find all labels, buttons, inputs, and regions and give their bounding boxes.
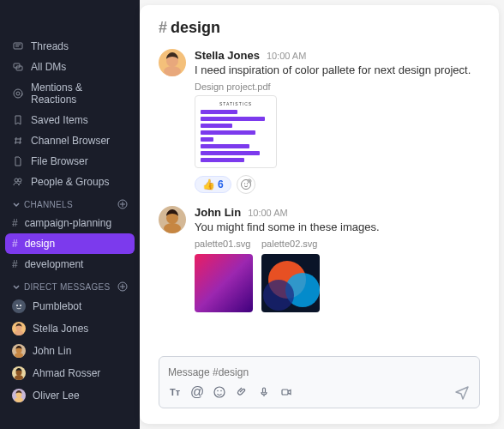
svg-point-5: [15, 178, 18, 182]
nav-item-dms[interactable]: All DMs: [0, 57, 140, 77]
mention-icon[interactable]: @: [190, 385, 204, 399]
svg-point-40: [217, 390, 219, 392]
dm-label: Pumblebot: [33, 300, 81, 312]
chevron-down-icon: [12, 200, 21, 208]
channel-label: design: [25, 238, 55, 250]
avatar: [12, 366, 26, 380]
message: Stella Jones 10:00 AM I need inspiration…: [159, 49, 480, 194]
svg-rect-34: [195, 254, 253, 312]
nav-item-file-browser[interactable]: File Browser: [0, 151, 140, 172]
emoji-icon[interactable]: [213, 385, 226, 399]
message-list: Stella Jones 10:00 AM I need inspiration…: [140, 45, 499, 349]
reaction-count: 6: [218, 178, 224, 190]
nav-item-mentions[interactable]: Mentions & Reactions: [0, 77, 140, 110]
message-author[interactable]: John Lin: [195, 206, 241, 219]
reaction[interactable]: 👍6: [195, 176, 231, 193]
channel-label: development: [25, 258, 84, 270]
svg-point-11: [20, 305, 21, 306]
nav-label: All DMs: [31, 61, 66, 73]
video-icon[interactable]: [279, 385, 293, 399]
mentions-icon: [12, 88, 24, 100]
message-time: 10:00 AM: [248, 208, 287, 218]
dm-item[interactable]: Stella Jones: [0, 317, 140, 340]
dm-item[interactable]: John Lin: [0, 340, 140, 362]
preview-title: STATISTICS: [201, 101, 271, 106]
mic-icon[interactable]: [257, 385, 271, 399]
chart-bars: [201, 110, 271, 162]
message-text: I need inspiration of color pallete for …: [195, 63, 480, 76]
nav-label: People & Groups: [31, 176, 109, 188]
avatar: [12, 322, 26, 335]
message: John Lin 10:00 AM You might find some in…: [159, 206, 480, 312]
people-icon: [12, 176, 24, 188]
saved-icon: [12, 114, 24, 126]
hash-icon: #: [12, 217, 18, 229]
dms-label: DIRECT MESSAGES: [24, 282, 110, 292]
dms-section-header[interactable]: DIRECT MESSAGES: [0, 275, 140, 295]
channels-label: CHANNELS: [24, 200, 73, 209]
nav-item-people[interactable]: People & Groups: [0, 172, 140, 192]
chevron-down-icon: [12, 282, 21, 291]
image-name: palette02.svg: [261, 239, 320, 249]
svg-point-10: [16, 305, 18, 306]
image-preview[interactable]: [195, 254, 253, 312]
svg-rect-43: [282, 390, 288, 395]
channel-item-development[interactable]: # development: [0, 254, 140, 275]
dm-label: Stella Jones: [33, 323, 88, 335]
nav-item-saved[interactable]: Saved Items: [0, 110, 140, 130]
svg-point-4: [16, 92, 20, 95]
nav-item-channel-browser[interactable]: Channel Browser: [0, 130, 140, 151]
channel-item-campaign-planning[interactable]: # campaign-planning: [0, 213, 140, 233]
dm-label: Oliver Lee: [33, 390, 80, 402]
svg-point-39: [214, 387, 225, 397]
svg-point-32: [164, 223, 181, 233]
hash-icon: #: [12, 258, 18, 270]
svg-point-38: [263, 280, 294, 311]
sidebar: Threads All DMs Mentions & Reactions Sav…: [0, 0, 140, 429]
image-preview[interactable]: [261, 254, 320, 312]
avatar: [12, 344, 26, 358]
send-button[interactable]: [453, 384, 471, 401]
nav-label: Threads: [31, 40, 69, 52]
svg-point-29: [246, 183, 247, 184]
dm-item[interactable]: Ahmad Rosser: [0, 362, 140, 384]
add-reaction-button[interactable]: [237, 175, 255, 194]
dm-label: John Lin: [33, 345, 71, 357]
dm-item[interactable]: Pumblebot: [0, 295, 140, 317]
avatar: [12, 299, 26, 313]
hash-icon: #: [159, 19, 167, 37]
nav-label: Channel Browser: [31, 135, 110, 147]
format-icon[interactable]: Tт: [168, 385, 182, 399]
main-panel: # design Stella Jones 10:00 AM I need in…: [140, 5, 499, 424]
dm-label: Ahmad Rosser: [33, 367, 100, 379]
attachment-preview[interactable]: STATISTICS: [195, 95, 277, 168]
nav-label: File Browser: [31, 155, 88, 167]
message-composer[interactable]: Tт @: [159, 356, 480, 408]
nav-label: Mentions & Reactions: [31, 82, 128, 106]
dms-icon: [12, 61, 24, 73]
svg-point-3: [14, 89, 22, 98]
avatar[interactable]: [159, 206, 186, 233]
nav-item-threads[interactable]: Threads: [0, 36, 140, 57]
svg-point-13: [15, 330, 23, 335]
message-author[interactable]: Stella Jones: [195, 49, 260, 62]
dm-item[interactable]: Oliver Lee: [0, 384, 140, 407]
message-text: You might find some in these images.: [195, 221, 480, 233]
file-browser-icon: [12, 155, 24, 167]
svg-point-41: [220, 390, 222, 392]
channel-item-design[interactable]: # design: [5, 233, 135, 254]
svg-point-22: [15, 397, 23, 402]
attachment-name: Design project.pdf: [195, 82, 480, 92]
hash-icon: #: [12, 238, 18, 250]
message-input[interactable]: [168, 366, 471, 378]
attach-icon[interactable]: [235, 385, 249, 399]
message-time: 10:00 AM: [267, 51, 306, 61]
add-channel-icon[interactable]: [117, 199, 128, 209]
svg-point-16: [15, 353, 23, 358]
channel-header[interactable]: # design: [140, 5, 499, 45]
channels-section-header[interactable]: CHANNELS: [0, 192, 140, 213]
add-dm-icon[interactable]: [117, 281, 128, 292]
svg-point-19: [15, 375, 23, 380]
avatar[interactable]: [159, 49, 186, 76]
image-name: palette01.svg: [195, 239, 253, 249]
